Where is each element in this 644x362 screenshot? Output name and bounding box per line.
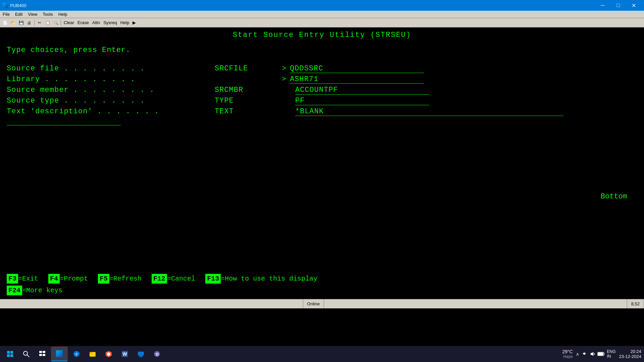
- title-bar-left: PUB400: [3, 3, 26, 8]
- language-indicator[interactable]: ENG IN: [607, 349, 615, 359]
- taskbar-word[interactable]: W: [117, 347, 132, 361]
- tray-expand[interactable]: ∧: [576, 352, 579, 357]
- svg-rect-8: [39, 354, 42, 356]
- bottom-label: Bottom: [7, 192, 637, 201]
- arrow-srcfile: >: [282, 64, 286, 73]
- close-button[interactable]: ✕: [626, 0, 641, 11]
- system-clock[interactable]: 20:24 23-12-2024: [619, 349, 642, 359]
- svg-point-4: [23, 351, 28, 355]
- fkey-f12[interactable]: F12 =Cancel: [152, 274, 195, 284]
- status-left: [0, 299, 303, 308]
- row-source-file: Source file . . . . . . . . . SRCFILE > …: [7, 64, 637, 73]
- fkey-f4-desc: =Prompt: [60, 275, 88, 283]
- volume-icon[interactable]: [589, 351, 595, 357]
- status-online: Online: [303, 299, 324, 308]
- toolbar-open[interactable]: 📂: [9, 19, 17, 26]
- menu-tools[interactable]: Tools: [40, 11, 55, 18]
- row-library: Library . . . . . . . . . . > ASHR71: [7, 75, 637, 84]
- svg-rect-9: [43, 354, 45, 356]
- toolbar-print[interactable]: 🖨: [25, 19, 33, 26]
- task-view-button[interactable]: [35, 347, 50, 361]
- arrow-library: >: [282, 75, 286, 83]
- fkey-f4[interactable]: F4 =Prompt: [48, 274, 88, 284]
- label-source-member: Source member . . . . . . . . .: [7, 86, 215, 94]
- search-button[interactable]: [19, 347, 34, 361]
- svg-rect-6: [39, 351, 42, 353]
- value-type[interactable]: PF: [295, 97, 429, 105]
- fkey-row-2: F24 =More keys: [7, 286, 637, 295]
- menu-help[interactable]: Help: [56, 11, 70, 18]
- network-icon[interactable]: [581, 351, 587, 357]
- taskbar-left: e W: [3, 347, 164, 361]
- toolbar-search[interactable]: 🔍: [52, 19, 59, 26]
- fkey-f3[interactable]: F3 =Exit: [7, 274, 38, 284]
- svg-text:e: e: [75, 352, 78, 356]
- svg-rect-3: [10, 354, 13, 357]
- toolbar-separator-1: [34, 20, 35, 26]
- taskbar-pub400[interactable]: [51, 347, 68, 361]
- taskbar-right: 29°C Haze ∧ ENG IN: [562, 349, 641, 359]
- svg-line-5: [27, 355, 29, 357]
- fkey-f4-badge: F4: [48, 274, 60, 284]
- taskbar: e W: [0, 346, 644, 362]
- row-source-member: Source member . . . . . . . . . SRCMBR A…: [7, 86, 637, 95]
- weather-temp: 29°C: [562, 349, 573, 354]
- value-srcfile[interactable]: QDDSSRC: [290, 64, 424, 73]
- svg-text:W: W: [122, 351, 127, 357]
- toolbar-cut[interactable]: ✂: [36, 19, 43, 26]
- value-srcmbr[interactable]: ACCOUNTPF: [295, 86, 429, 95]
- keyword-type: TYPE: [215, 97, 282, 105]
- terminal-instruction: Type choices, press Enter.: [7, 46, 637, 54]
- menu-file[interactable]: File: [0, 11, 12, 18]
- taskbar-edge[interactable]: e: [69, 347, 84, 361]
- terminal-area: Start Source Entry Utility (STRSEU) Type…: [0, 27, 644, 272]
- fkey-f3-badge: F3: [7, 274, 18, 284]
- fkey-row-1: F3 =Exit F4 =Prompt F5 =Refresh F12 =Can…: [7, 274, 637, 284]
- svg-rect-13: [90, 352, 92, 353]
- taskbar-brave[interactable]: [101, 347, 116, 361]
- fkey-f24[interactable]: F24 =More keys: [7, 286, 62, 295]
- terminal-title: Start Source Entry Utility (STRSEU): [7, 31, 637, 39]
- fkey-f12-desc: =Cancel: [167, 275, 195, 283]
- window-controls: ─ □ ✕: [595, 0, 641, 11]
- taskbar-rdp[interactable]: [133, 347, 148, 361]
- label-source-file: Source file . . . . . . . . .: [7, 64, 215, 73]
- empty-input[interactable]: [7, 118, 121, 125]
- fkey-f24-desc: =More keys: [22, 287, 62, 294]
- toolbar-save[interactable]: 💾: [17, 19, 25, 26]
- fkey-f5[interactable]: F5 =Refresh: [98, 274, 142, 284]
- minimize-button[interactable]: ─: [595, 0, 610, 11]
- svg-rect-20: [139, 356, 143, 357]
- taskbar-explorer[interactable]: [85, 347, 100, 361]
- svg-rect-26: [598, 353, 603, 355]
- row-empty: [7, 118, 637, 125]
- toolbar-attn[interactable]: Attn: [91, 20, 101, 25]
- svg-rect-0: [7, 351, 10, 354]
- status-bar: Online 8,52: [0, 299, 644, 308]
- toolbar-paste[interactable]: 📋: [44, 19, 51, 26]
- toolbar-erase[interactable]: Erase: [76, 20, 90, 25]
- value-text[interactable]: *BLANK: [295, 107, 564, 116]
- svg-text:✿: ✿: [155, 352, 159, 357]
- taskbar-app9[interactable]: ✿: [150, 347, 164, 361]
- toolbar-help[interactable]: Help: [119, 20, 131, 25]
- value-library[interactable]: ASHR71: [290, 75, 424, 84]
- app-title: PUB400: [10, 3, 26, 8]
- row-text-desc: Text 'description' . . . . . . . TEXT *B…: [7, 107, 637, 116]
- toolbar-sysreq[interactable]: Sysreq: [102, 20, 118, 25]
- svg-rect-7: [43, 351, 45, 353]
- svg-rect-25: [604, 353, 604, 355]
- maximize-button[interactable]: □: [610, 0, 626, 11]
- menu-edit[interactable]: Edit: [12, 11, 25, 18]
- toolbar-clear[interactable]: Clear: [62, 20, 75, 25]
- weather-widget[interactable]: 29°C Haze: [562, 349, 573, 359]
- battery-icon[interactable]: [597, 352, 605, 356]
- fkey-f13-badge: F13: [205, 274, 221, 284]
- toolbar-new[interactable]: 📄: [1, 19, 9, 26]
- menu-view[interactable]: View: [25, 11, 40, 18]
- start-button[interactable]: [3, 347, 17, 361]
- toolbar-play[interactable]: ▶: [131, 20, 137, 25]
- row-source-type: Source type . . . . . . . . . TYPE PF: [7, 97, 637, 105]
- fkey-f13[interactable]: F13 =How to use this display: [205, 274, 317, 284]
- title-bar: PUB400 ─ □ ✕: [0, 0, 644, 11]
